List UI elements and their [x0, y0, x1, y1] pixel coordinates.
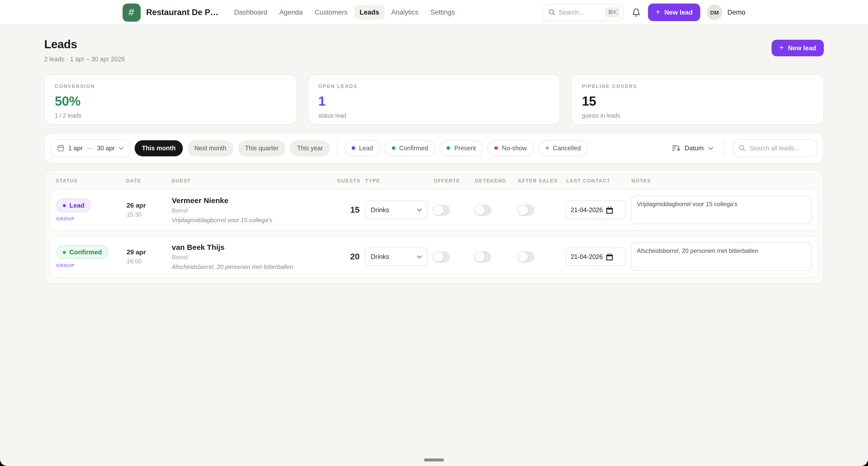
status-dot: [392, 146, 395, 150]
nav-item-customers[interactable]: Customers: [309, 5, 353, 20]
status-badge-label: Lead: [69, 202, 85, 209]
lead-time: 15:30: [127, 211, 167, 218]
stat-label: OPEN LEADS: [318, 83, 550, 89]
date-range-picker[interactable]: 1 apr — 30 apr: [51, 139, 130, 157]
stat-card-conversion: CONVERSION 50% 1 / 2 leads: [44, 75, 297, 125]
period-pill-this-quarter[interactable]: This quarter: [238, 140, 285, 156]
guest-name: van Beek Thijs: [172, 243, 332, 251]
new-lead-button-page[interactable]: + New lead: [772, 40, 824, 56]
search-shortcut-badge: ⌘K: [605, 7, 620, 17]
table-row[interactable]: Lead GROUP 26 apr 15:30 Vermeer Nienke B…: [50, 189, 818, 231]
nav-item-agenda[interactable]: Agenda: [274, 5, 308, 20]
last-contact-input[interactable]: 21-04-2026: [566, 201, 626, 219]
guests-count: 20: [337, 252, 360, 262]
status-filter-label: No-show: [502, 145, 527, 151]
status-cell: Confirmed GROUP: [56, 245, 122, 268]
type-select-value: Drinks: [371, 253, 389, 260]
page-title: Leads: [44, 38, 125, 51]
period-pill-next-month[interactable]: Next month: [187, 140, 234, 156]
getekend-toggle[interactable]: [474, 251, 491, 262]
brand-logo-glyph: #: [128, 6, 135, 18]
status-filter-no-show[interactable]: No-show: [488, 140, 534, 156]
stat-label: CONVERSION: [55, 83, 286, 89]
chevron-down-icon: [708, 147, 713, 150]
offerte-toggle[interactable]: [433, 204, 450, 215]
notifications-bell-icon[interactable]: [631, 7, 642, 18]
nav-item-leads[interactable]: Leads: [354, 5, 385, 20]
brand-logo-icon[interactable]: #: [123, 3, 141, 21]
table-header: STATUS DATE GUEST GUESTS TYPE OFFERTE GE…: [45, 170, 823, 189]
stat-sub: 1 / 2 leads: [55, 113, 286, 119]
notes-input[interactable]: Vrijdagmiddagborrel voor 15 collega's: [631, 196, 812, 224]
after-sales-toggle[interactable]: [517, 204, 534, 215]
col-notes: NOTES: [631, 178, 812, 183]
date-range-end: 30 apr: [97, 145, 115, 151]
type-select[interactable]: Drinks: [365, 247, 428, 266]
status-filter-cancelled[interactable]: Cancelled: [538, 140, 588, 156]
brand-name: Restaurant De P…: [146, 7, 218, 17]
guest-category: Borrel: [172, 207, 332, 214]
notes-input[interactable]: Afscheidsborrel, 20 personen met bitterb…: [631, 242, 812, 271]
col-offerte: OFFERTE: [434, 178, 470, 183]
nav-item-analytics[interactable]: Analytics: [386, 5, 424, 20]
last-contact-value: 21-04-2026: [570, 206, 603, 213]
divider: [724, 141, 724, 155]
status-badge[interactable]: Confirmed: [56, 245, 108, 259]
status-filter-present[interactable]: Present: [440, 140, 483, 156]
col-guest: GUEST: [171, 178, 332, 183]
stat-value: 50%: [55, 93, 286, 109]
stage: # Restaurant De P… Dashboard Agenda Cust…: [0, 0, 868, 466]
getekend-toggle[interactable]: [474, 204, 491, 215]
status-dot: [447, 146, 450, 150]
status-dot: [63, 204, 66, 207]
last-contact-value: 21-04-2026: [570, 253, 603, 260]
status-filter-lead[interactable]: Lead: [345, 140, 380, 156]
status-filter-label: Lead: [359, 145, 373, 151]
lead-date: 29 apr: [127, 248, 167, 256]
period-pill-this-year[interactable]: This year: [290, 140, 330, 156]
toggle-knob: [518, 252, 528, 262]
type-select[interactable]: Drinks: [365, 201, 428, 219]
offerte-toggle[interactable]: [433, 251, 450, 262]
toggle-knob: [518, 205, 528, 215]
user-name[interactable]: Demo: [727, 8, 745, 16]
stat-sub: guests in leads: [582, 113, 813, 119]
status-dot: [546, 146, 549, 150]
after-sales-toggle[interactable]: [517, 251, 534, 262]
global-search[interactable]: ⌘K: [543, 4, 624, 21]
main-content: Leads 2 leads · 1 apr – 30 apr 2026 + Ne…: [0, 25, 868, 466]
col-last-contact: LAST CONTACT: [566, 178, 626, 183]
type-select-value: Drinks: [371, 206, 389, 214]
guest-cell: Vermeer Nienke Borrel Vrijdagmiddagborre…: [172, 196, 332, 224]
stats-row: CONVERSION 50% 1 / 2 leads OPEN LEADS 1 …: [44, 75, 824, 125]
leads-search-input[interactable]: [749, 145, 810, 151]
avatar[interactable]: DM: [707, 4, 722, 20]
nav-item-settings[interactable]: Settings: [425, 5, 461, 20]
sort-select[interactable]: Datum: [670, 144, 715, 152]
search-icon: [739, 145, 745, 151]
period-pill-this-month[interactable]: This month: [135, 140, 183, 156]
date-cell: 29 apr 16:00: [127, 248, 167, 265]
guest-category: Borrel: [172, 254, 332, 261]
date-cell: 26 apr 15:30: [127, 202, 167, 218]
col-status: STATUS: [56, 178, 121, 183]
toggle-knob: [434, 252, 443, 262]
last-contact-input[interactable]: 21-04-2026: [566, 247, 626, 266]
col-guests: GUESTS: [337, 178, 360, 183]
group-label: GROUP: [56, 216, 122, 221]
guest-description: Vrijdagmiddagborrel voor 15 collega's: [172, 217, 332, 224]
status-badge[interactable]: Lead: [56, 199, 91, 212]
stat-value: 15: [582, 93, 813, 109]
table-row[interactable]: Confirmed GROUP 29 apr 16:00 van Beek Th…: [50, 236, 818, 278]
new-lead-button-topbar[interactable]: + New lead: [648, 3, 700, 21]
nav-item-dashboard[interactable]: Dashboard: [228, 5, 273, 20]
home-indicator-handle[interactable]: [424, 459, 444, 462]
calendar-icon: [606, 253, 613, 260]
guest-description: Afscheidsborrel, 20 personen met bitterb…: [172, 263, 332, 270]
status-badge-label: Confirmed: [69, 248, 102, 256]
status-filter-confirmed[interactable]: Confirmed: [384, 140, 435, 156]
sort-label: Datum: [684, 144, 704, 152]
calendar-icon: [57, 144, 64, 152]
leads-search[interactable]: [733, 139, 817, 157]
global-search-input[interactable]: [559, 9, 599, 16]
